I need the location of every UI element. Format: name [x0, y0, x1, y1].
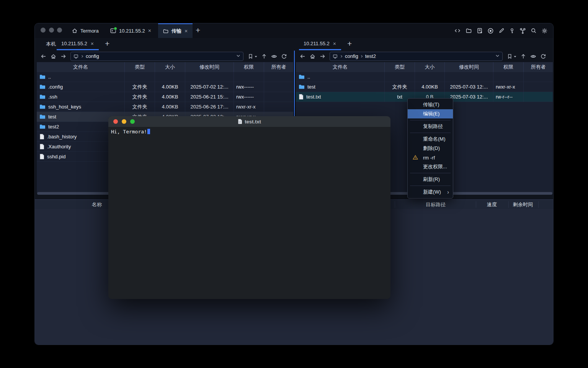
breadcrumb[interactable]: config: [345, 53, 358, 59]
bookmark-icon[interactable]: [248, 53, 253, 59]
terminal-icon: [110, 28, 116, 34]
chevron-down-icon[interactable]: [236, 53, 241, 59]
column-header[interactable]: 目标路径: [426, 200, 446, 209]
submenu-chevron-icon: ›: [447, 189, 449, 195]
show-hidden-eye-icon[interactable]: [530, 53, 537, 59]
column-header[interactable]: 修改时间: [445, 62, 493, 72]
editor-content[interactable]: Hi, Termora!: [108, 127, 390, 136]
menu-item-delete[interactable]: 删除(D): [408, 144, 453, 153]
close-icon[interactable]: ×: [90, 41, 94, 46]
table-row[interactable]: .ssh 文件夹4.00KB2025-06-21 15:...rwx------: [37, 92, 293, 102]
settings-icon[interactable]: [541, 28, 548, 34]
folder-icon[interactable]: [466, 28, 472, 34]
right-panel-tabs: 10.211.55.2 × +: [296, 38, 553, 50]
menu-separator: [410, 186, 451, 186]
column-header[interactable]: 文件名: [37, 62, 125, 72]
menu-item-edit[interactable]: 编辑(E): [408, 109, 453, 118]
chevron-down-icon[interactable]: [495, 53, 500, 59]
column-header[interactable]: 权限: [493, 62, 524, 72]
close-icon[interactable]: ×: [333, 41, 336, 46]
traffic-close-button[interactable]: [41, 28, 46, 33]
forward-icon[interactable]: [319, 53, 326, 59]
breadcrumb[interactable]: test2: [365, 53, 376, 59]
close-icon[interactable]: ×: [148, 28, 152, 33]
column-header[interactable]: 大小: [415, 62, 445, 72]
folder-icon: [39, 114, 46, 119]
column-header[interactable]: 类型: [385, 62, 415, 72]
column-header[interactable]: 权限: [234, 62, 264, 72]
folder-icon: [299, 84, 305, 89]
traffic-zoom-button[interactable]: [57, 28, 62, 33]
upload-icon[interactable]: [520, 53, 526, 59]
new-tab-button[interactable]: +: [196, 26, 200, 35]
column-header[interactable]: 所有者: [524, 62, 553, 72]
home-icon[interactable]: [50, 53, 57, 59]
back-icon[interactable]: [40, 53, 47, 59]
table-row[interactable]: ..: [37, 72, 293, 82]
back-icon[interactable]: [299, 53, 306, 59]
tab-left-remote-label: 10.211.55.2: [61, 41, 87, 46]
folder-icon: [39, 94, 46, 99]
editor-titlebar[interactable]: test.txt: [108, 116, 390, 127]
tab-transfer[interactable]: 传输 ×: [158, 23, 193, 38]
menu-item-copy-path[interactable]: 复制路径: [408, 122, 453, 131]
bookmark-icon[interactable]: [507, 53, 513, 59]
titlebar[interactable]: Termora 10.211.55.2 × 传输 × +: [35, 23, 553, 38]
tab-home[interactable]: Termora: [72, 23, 99, 38]
tab-ssh-session[interactable]: 10.211.55.2 ×: [110, 23, 152, 38]
tab-right-remote[interactable]: 10.211.55.2 ×: [299, 38, 341, 50]
right-new-tab-button[interactable]: +: [347, 39, 352, 48]
right-table-header: 文件名 类型 大小 修改时间 权限 所有者: [296, 62, 553, 72]
tab-right-remote-label: 10.211.55.2: [304, 41, 330, 46]
pencil-icon[interactable]: [498, 28, 505, 34]
forward-icon[interactable]: [60, 53, 67, 59]
tab-left-remote[interactable]: 10.211.55.2 ×: [57, 38, 99, 50]
refresh-icon[interactable]: [281, 53, 287, 59]
column-header[interactable]: 剩余时间: [513, 200, 533, 209]
show-hidden-eye-icon[interactable]: [271, 53, 278, 59]
bookmark-caret-icon[interactable]: [513, 53, 517, 60]
column-header[interactable]: 修改时间: [185, 62, 234, 72]
left-new-tab-button[interactable]: +: [105, 39, 109, 48]
table-row[interactable]: ..: [296, 72, 553, 82]
menu-item-change-permissions[interactable]: 更改权限...: [408, 162, 453, 171]
log-icon[interactable]: [477, 28, 483, 34]
table-row[interactable]: .config 文件夹4.00KB2025-07-02 12:...rwx---…: [37, 82, 293, 92]
table-row[interactable]: test 文件夹4.00KB2025-07-03 12:...rwxr-xr-x: [296, 82, 553, 92]
folder-icon: [39, 84, 46, 89]
breadcrumb[interactable]: config: [86, 53, 99, 59]
key-icon[interactable]: [509, 28, 515, 34]
bookmark-caret-icon[interactable]: [254, 53, 258, 60]
refresh-icon[interactable]: [540, 53, 546, 59]
traffic-minimize-button[interactable]: [122, 119, 126, 124]
column-header[interactable]: 速度: [487, 200, 497, 209]
home-icon[interactable]: [309, 53, 316, 59]
right-navbar: config test2: [296, 50, 553, 62]
menu-separator: [410, 173, 451, 173]
right-path-input[interactable]: config test2: [330, 52, 503, 61]
column-header[interactable]: 文件名: [296, 62, 385, 72]
column-header[interactable]: 名称: [92, 200, 102, 209]
left-path-input[interactable]: config: [70, 52, 243, 61]
table-row[interactable]: ssh_host_keys 文件夹4.00KB2025-06-26 17:...…: [37, 102, 293, 112]
record-icon[interactable]: [487, 28, 494, 34]
menu-item-new[interactable]: 新建(W) ›: [408, 187, 453, 197]
upload-icon[interactable]: [261, 53, 267, 59]
column-header[interactable]: 类型: [125, 62, 155, 72]
traffic-minimize-button[interactable]: [49, 28, 54, 33]
column-header[interactable]: 所有者: [264, 62, 293, 72]
search-icon[interactable]: [531, 28, 537, 34]
traffic-close-button[interactable]: [113, 119, 118, 124]
menu-item-refresh[interactable]: 刷新(R): [408, 175, 453, 184]
code-icon[interactable]: [454, 28, 461, 34]
close-icon[interactable]: ×: [184, 28, 188, 34]
column-header[interactable]: 大小: [155, 62, 185, 72]
folder-icon: [299, 74, 305, 79]
menu-separator: [410, 120, 451, 120]
chevron-right-icon: [360, 54, 364, 58]
menu-item-transfer[interactable]: 传输(T): [408, 100, 453, 109]
keychain-icon[interactable]: [519, 28, 526, 34]
traffic-zoom-button[interactable]: [130, 119, 135, 124]
menu-item-rename[interactable]: 重命名(M): [408, 135, 453, 144]
menu-item-rm-rf[interactable]: rm -rf: [408, 153, 453, 162]
